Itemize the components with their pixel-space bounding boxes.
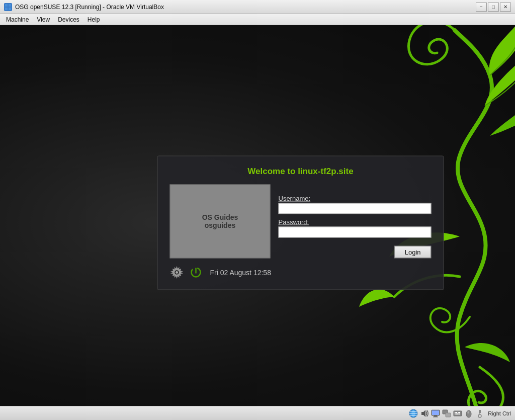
login-button[interactable]: Login <box>394 245 432 258</box>
username-label: Username: <box>279 194 432 202</box>
svg-rect-24 <box>456 412 457 413</box>
svg-point-34 <box>478 414 481 417</box>
datetime-display: Fri 02 August 12:58 <box>210 268 271 276</box>
password-label: Password: <box>279 218 432 225</box>
svg-marker-15 <box>421 410 425 417</box>
title-bar-left: OSG openSUSE 12.3 [Running] - Oracle VM … <box>4 3 164 11</box>
svg-rect-2 <box>5 8 8 10</box>
power-icon[interactable] <box>190 266 202 278</box>
dialog-body: OS Guides osguides Username: Password: <box>170 184 432 258</box>
svg-rect-18 <box>434 415 437 416</box>
app-icon <box>4 3 12 11</box>
maximize-button[interactable]: □ <box>488 3 499 12</box>
svg-rect-26 <box>459 412 460 413</box>
mouse-icon[interactable] <box>464 408 474 418</box>
username-underline-char: U <box>279 194 283 202</box>
login-form: Username: Password: Login <box>279 184 432 258</box>
svg-rect-29 <box>459 413 460 414</box>
close-button[interactable]: ✕ <box>500 3 511 12</box>
svg-point-8 <box>176 271 178 274</box>
avatar-name-line1: OS Guides <box>202 213 238 221</box>
window-title: OSG openSUSE 12.3 [Running] - Oracle VM … <box>15 4 164 11</box>
svg-rect-21 <box>446 413 451 417</box>
svg-rect-1 <box>9 4 11 7</box>
menu-view[interactable]: View <box>33 15 54 24</box>
svg-rect-33 <box>479 410 481 413</box>
display-icon[interactable] <box>431 408 441 418</box>
title-bar: OSG openSUSE 12.3 [Running] - Oracle VM … <box>0 0 515 14</box>
menu-machine[interactable]: Machine <box>2 15 33 24</box>
svg-rect-19 <box>433 416 438 417</box>
svg-rect-32 <box>468 411 469 413</box>
network-icon[interactable] <box>408 408 418 418</box>
svg-rect-28 <box>456 413 459 414</box>
menu-bar: Machine View Devices Help <box>0 14 515 25</box>
username-input[interactable] <box>279 203 432 214</box>
svg-rect-23 <box>455 412 456 413</box>
avatar-name-line2: osguides <box>205 221 235 229</box>
login-dialog: Welcome to linux-tf2p.site OS Guides osg… <box>157 155 444 290</box>
right-ctrl-label: Right Ctrl <box>488 410 511 416</box>
taskbar-right: Right Ctrl <box>408 408 511 418</box>
svg-rect-3 <box>9 8 11 10</box>
user-avatar[interactable]: OS Guides osguides <box>170 184 271 258</box>
settings-icon[interactable] <box>170 265 184 279</box>
usb-icon[interactable] <box>475 408 485 418</box>
dialog-title: Welcome to linux-tf2p.site <box>170 166 432 176</box>
password-underline-char: P <box>279 218 283 225</box>
vm-screen: Welcome to linux-tf2p.site OS Guides osg… <box>0 25 515 420</box>
taskbar: Right Ctrl <box>0 406 515 420</box>
svg-rect-0 <box>5 4 8 7</box>
menu-help[interactable]: Help <box>83 15 104 24</box>
svg-rect-17 <box>432 410 439 415</box>
password-input[interactable] <box>279 226 432 237</box>
vm-icon[interactable] <box>442 408 452 418</box>
keyboard-icon[interactable] <box>453 408 463 418</box>
svg-rect-27 <box>455 413 456 414</box>
menu-devices[interactable]: Devices <box>54 15 83 24</box>
window-controls: − □ ✕ <box>476 3 511 12</box>
dialog-bottom-bar: Fri 02 August 12:58 <box>170 265 432 279</box>
svg-rect-25 <box>458 412 459 413</box>
sound-icon[interactable] <box>419 408 430 418</box>
minimize-button[interactable]: − <box>476 3 487 12</box>
